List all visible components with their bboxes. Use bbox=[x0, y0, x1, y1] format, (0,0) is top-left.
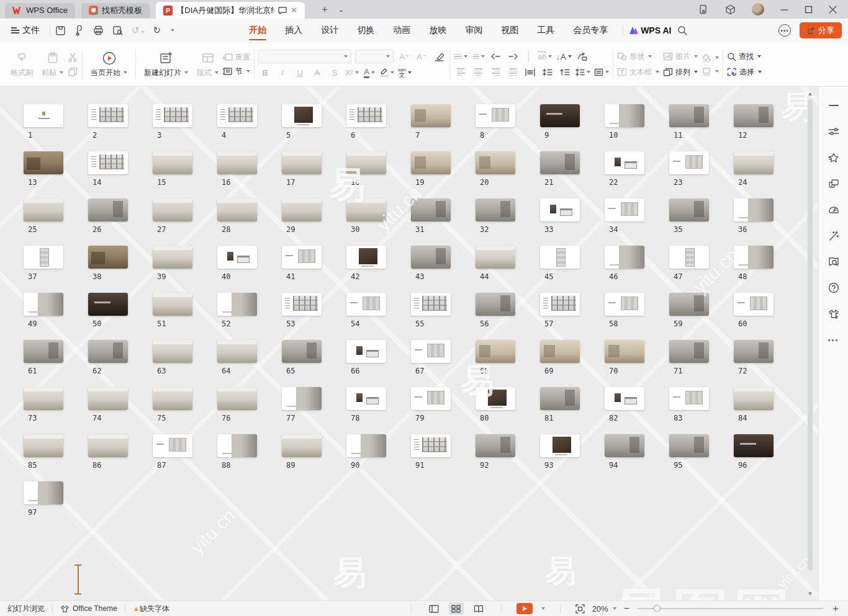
slide-thumbnail[interactable] bbox=[217, 293, 257, 316]
slide-thumbnail[interactable] bbox=[476, 151, 515, 174]
distribute-text-button[interactable] bbox=[523, 66, 537, 78]
slide-thumbnail[interactable] bbox=[605, 340, 644, 363]
menu-tab-member[interactable]: 会员专享 bbox=[572, 21, 609, 40]
slide-thumbnail[interactable] bbox=[24, 340, 63, 363]
slide-thumbnail[interactable] bbox=[540, 246, 580, 269]
effects-star-icon[interactable] bbox=[828, 151, 840, 164]
qat-customize-chevron-icon[interactable] bbox=[171, 29, 174, 32]
decrease-indent-button[interactable] bbox=[489, 50, 502, 63]
tab-document-active[interactable]: P 【DIA丹健国际】华润北京纪 ✕ bbox=[156, 2, 305, 19]
scrollbar-thumb[interactable] bbox=[808, 99, 813, 571]
play-from-current-button[interactable]: 当页开始 bbox=[86, 50, 132, 79]
slide-thumbnail[interactable] bbox=[476, 293, 515, 316]
arrange-button[interactable]: 排列 bbox=[663, 67, 698, 78]
align-left-button[interactable] bbox=[454, 66, 467, 78]
increase-font-size-button[interactable]: A⁺ bbox=[397, 50, 411, 63]
slide-thumbnail[interactable] bbox=[605, 199, 644, 221]
paragraph-spacing-button[interactable] bbox=[558, 66, 572, 78]
skin-theme-icon[interactable] bbox=[828, 308, 840, 320]
slide-thumbnail[interactable] bbox=[217, 387, 257, 410]
line-spacing-button[interactable] bbox=[575, 66, 590, 78]
slide-thumbnail[interactable] bbox=[153, 246, 192, 269]
slide-thumbnail[interactable] bbox=[153, 434, 192, 457]
slide-thumbnail[interactable] bbox=[346, 434, 386, 457]
justify-button[interactable] bbox=[506, 66, 520, 78]
slide-thumbnail[interactable] bbox=[411, 104, 451, 127]
clear-format-icon[interactable] bbox=[432, 50, 446, 63]
slide-thumbnail[interactable] bbox=[540, 434, 580, 457]
slide-thumbnail[interactable] bbox=[88, 387, 128, 410]
slide-thumbnail[interactable] bbox=[153, 293, 192, 316]
slide-thumbnail[interactable] bbox=[476, 387, 515, 410]
slide-thumbnail[interactable] bbox=[217, 340, 257, 363]
bullet-list-button[interactable] bbox=[454, 50, 467, 63]
slide-thumbnail[interactable] bbox=[24, 434, 63, 457]
shape-fill-button[interactable] bbox=[701, 53, 719, 62]
slide-thumbnail[interactable] bbox=[734, 104, 774, 127]
slide-thumbnail[interactable] bbox=[282, 104, 322, 127]
slide-thumbnail[interactable] bbox=[24, 481, 63, 504]
slide-thumbnail[interactable] bbox=[605, 387, 644, 410]
slide-thumbnail[interactable] bbox=[476, 246, 515, 269]
shape-outline-button[interactable] bbox=[701, 67, 719, 76]
slide-thumbnail[interactable] bbox=[540, 293, 580, 316]
vertical-scrollbar[interactable]: ▲ ▼ bbox=[806, 87, 814, 600]
slide-thumbnail[interactable] bbox=[88, 246, 128, 269]
slide-thumbnail[interactable] bbox=[24, 246, 63, 269]
slide-thumbnail[interactable] bbox=[411, 246, 451, 269]
slide-thumbnail[interactable] bbox=[217, 246, 257, 269]
picture-button[interactable]: 图片 bbox=[663, 51, 698, 62]
reset-slide-button[interactable]: 重置 bbox=[223, 52, 250, 63]
slide-thumbnail[interactable] bbox=[153, 104, 192, 127]
slide-thumbnail[interactable] bbox=[734, 151, 774, 174]
slide-thumbnail[interactable] bbox=[476, 340, 515, 363]
slide-thumbnail[interactable] bbox=[88, 151, 128, 174]
new-tab-button[interactable]: ＋ bbox=[320, 3, 330, 16]
search-icon[interactable] bbox=[677, 25, 687, 35]
numbered-list-button[interactable] bbox=[471, 50, 485, 63]
slide-thumbnail[interactable] bbox=[346, 246, 386, 269]
slide-thumbnail[interactable] bbox=[153, 151, 192, 174]
slide-layout-button[interactable]: 版式 bbox=[192, 50, 223, 79]
slide-thumbnail[interactable] bbox=[540, 199, 580, 221]
zoom-slider-knob[interactable] bbox=[654, 605, 661, 612]
bold-button[interactable]: B bbox=[258, 66, 272, 79]
isometric-box-icon[interactable] bbox=[725, 4, 736, 15]
theme-indicator[interactable]: Office Theme bbox=[60, 604, 117, 613]
mobile-link-icon[interactable] bbox=[699, 4, 709, 14]
slide-thumbnail[interactable] bbox=[669, 104, 709, 127]
slide-thumbnail[interactable] bbox=[476, 434, 515, 457]
slide-thumbnail[interactable] bbox=[540, 387, 580, 410]
smart-tools-wand-icon[interactable] bbox=[828, 230, 840, 242]
slide-thumbnail[interactable] bbox=[734, 434, 774, 457]
decrease-font-size-button[interactable]: A⁻ bbox=[415, 50, 428, 63]
slide-thumbnail[interactable] bbox=[88, 104, 128, 127]
wps-ai-button[interactable]: WPS AI bbox=[629, 25, 671, 35]
docer-resource-icon[interactable] bbox=[828, 203, 840, 216]
maximize-button[interactable] bbox=[805, 6, 813, 14]
menu-tab-animation[interactable]: 动画 bbox=[392, 21, 412, 40]
slide-thumbnail[interactable] bbox=[346, 151, 386, 174]
file-menu-button[interactable]: 文件 bbox=[6, 25, 45, 36]
missing-font-warning[interactable]: ▲! 缺失字体 bbox=[133, 604, 169, 614]
convert-smartart-button[interactable] bbox=[575, 50, 589, 63]
menu-tab-insert[interactable]: 插入 bbox=[284, 21, 304, 40]
strikethrough-button[interactable]: S bbox=[328, 66, 341, 79]
slide-thumbnail[interactable] bbox=[88, 293, 128, 316]
close-window-button[interactable] bbox=[829, 6, 837, 14]
redo-button[interactable]: ↻ bbox=[153, 25, 161, 36]
slide-thumbnail[interactable] bbox=[669, 387, 709, 410]
slideshow-play-button[interactable] bbox=[516, 603, 533, 614]
format-painter-button[interactable]: 格式刷 bbox=[6, 50, 37, 79]
slide-thumbnail[interactable] bbox=[24, 199, 63, 221]
slide-thumbnail[interactable] bbox=[217, 199, 257, 221]
slide-thumbnail[interactable] bbox=[734, 340, 774, 363]
italic-button[interactable]: I bbox=[276, 66, 289, 79]
slide-thumbnail[interactable] bbox=[153, 387, 192, 410]
more-options-icon[interactable]: ••• bbox=[828, 334, 840, 346]
print-preview-button[interactable] bbox=[112, 25, 123, 35]
new-slide-button[interactable]: 新建幻灯片 bbox=[140, 50, 192, 79]
menu-tab-review[interactable]: 审阅 bbox=[464, 21, 484, 40]
slide-thumbnail[interactable] bbox=[669, 340, 709, 363]
line-spacing-increase-button[interactable] bbox=[541, 66, 554, 78]
